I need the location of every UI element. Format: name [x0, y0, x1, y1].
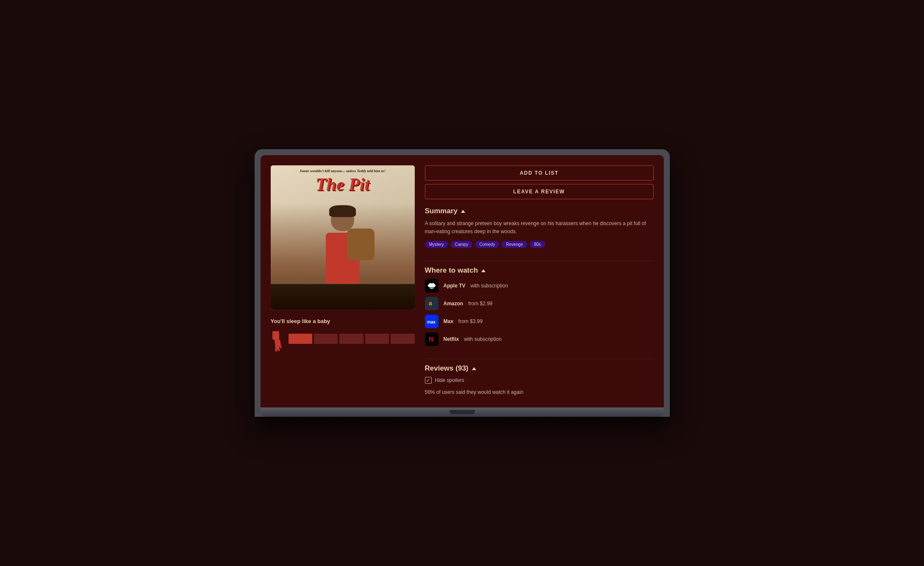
poster-art: Jamie wouldn't kill anyone... unless Ted…	[271, 165, 415, 309]
laptop-base	[261, 407, 664, 417]
tags-container: Mystery Campy Comedy Revenge 80s	[425, 241, 654, 248]
divider-1	[425, 261, 654, 261]
sleep-bar-container	[271, 331, 415, 352]
sleep-bar-3	[339, 334, 363, 344]
laptop-screen: Jamie wouldn't kill anyone... unless Ted…	[261, 155, 664, 407]
max-price: from $3.99	[458, 318, 483, 324]
laptop-notch	[450, 410, 475, 414]
where-to-watch-chevron-icon[interactable]	[481, 269, 486, 272]
svg-rect-0	[272, 331, 279, 340]
poster-head	[331, 208, 354, 231]
summary-chevron-icon[interactable]	[461, 210, 465, 213]
drip-icon	[271, 331, 286, 352]
streaming-item-amazon: a Amazon from $2.99	[425, 297, 654, 310]
sleep-label: You'll sleep like a baby	[271, 318, 415, 324]
svg-rect-2	[430, 288, 433, 289]
poster-body	[326, 233, 360, 284]
amazon-logo[interactable]: a	[425, 297, 438, 310]
poster-tagline: Jamie wouldn't kill anyone... unless Ted…	[274, 169, 411, 173]
max-name: Max	[444, 318, 453, 324]
svg-text:max: max	[427, 320, 436, 324]
reviews-title: Reviews (93)	[425, 364, 469, 373]
action-buttons: ADD TO LIST LEAVE A REVIEW	[425, 165, 654, 199]
sleep-bar-5	[391, 334, 414, 344]
tag-mystery[interactable]: Mystery	[425, 241, 448, 248]
appletv-name: Apple TV	[444, 283, 466, 289]
streaming-list: Apple TV with subscription a A	[425, 279, 654, 346]
screen-content: Jamie wouldn't kill anyone... unless Ted…	[261, 155, 664, 407]
sleep-bar-4	[365, 334, 389, 344]
tag-revenge[interactable]: Revenge	[502, 241, 527, 248]
divider-2	[425, 359, 654, 359]
movie-poster: Jamie wouldn't kill anyone... unless Ted…	[271, 165, 415, 309]
streaming-item-max: max Max from $3.99	[425, 315, 654, 328]
poster-figure	[271, 204, 415, 309]
hide-spoilers-row: Hide spoilers	[425, 377, 654, 384]
sleep-bar-1	[289, 334, 312, 344]
streaming-item-appletv: Apple TV with subscription	[425, 279, 654, 293]
add-to-list-button[interactable]: ADD TO LIST	[425, 165, 654, 181]
sleep-bars	[289, 333, 415, 345]
left-panel: Jamie wouldn't kill anyone... unless Ted…	[271, 165, 415, 397]
streaming-item-netflix: N Netflix with subscription	[425, 332, 654, 346]
summary-section-header: Summary	[425, 207, 654, 215]
amazon-name: Amazon	[444, 301, 463, 307]
reviews-section: Reviews (93) Hide spoilers 56% of users …	[425, 364, 654, 397]
appletv-price: with subscription	[471, 283, 508, 289]
tag-80s[interactable]: 80s	[530, 241, 545, 248]
leave-review-button[interactable]: LEAVE A REVIEW	[425, 184, 654, 199]
appletv-logo[interactable]	[425, 279, 438, 293]
poster-teddy	[347, 229, 375, 260]
poster-title: The Pit	[271, 176, 415, 193]
summary-text: A solitary and strange preteen boy wreak…	[425, 220, 654, 236]
netflix-name: Netflix	[444, 336, 459, 342]
summary-title: Summary	[425, 207, 458, 215]
poster-hair	[329, 205, 356, 217]
where-to-watch-body: Apple TV with subscription a A	[425, 279, 654, 346]
right-panel: ADD TO LIST LEAVE A REVIEW Summary A sol…	[425, 165, 654, 397]
hide-spoilers-label: Hide spoilers	[435, 377, 464, 383]
amazon-price: from $2.99	[468, 301, 492, 307]
svg-text:a: a	[429, 300, 432, 307]
svg-text:N: N	[429, 335, 433, 343]
laptop-container: Jamie wouldn't kill anyone... unless Ted…	[255, 149, 670, 417]
netflix-logo[interactable]: N	[425, 332, 438, 346]
netflix-price: with subscription	[464, 336, 502, 342]
svg-rect-1	[430, 287, 434, 288]
sleep-bar-2	[314, 334, 338, 344]
where-to-watch-title: Where to watch	[425, 266, 478, 275]
hide-spoilers-checkbox[interactable]	[425, 377, 432, 384]
tag-campy[interactable]: Campy	[451, 241, 473, 248]
max-logo[interactable]: max	[425, 315, 438, 328]
tag-comedy[interactable]: Comedy	[475, 241, 499, 248]
review-stat-1: 56% of users said they would watch it ag…	[425, 388, 654, 396]
reviews-chevron-icon[interactable]	[472, 367, 476, 370]
reviews-section-header: Reviews (93)	[425, 364, 654, 373]
laptop-frame: Jamie wouldn't kill anyone... unless Ted…	[255, 149, 670, 417]
where-to-watch-section-header: Where to watch	[425, 266, 654, 275]
poster-creature	[271, 284, 415, 309]
summary-body: A solitary and strange preteen boy wreak…	[425, 220, 654, 248]
